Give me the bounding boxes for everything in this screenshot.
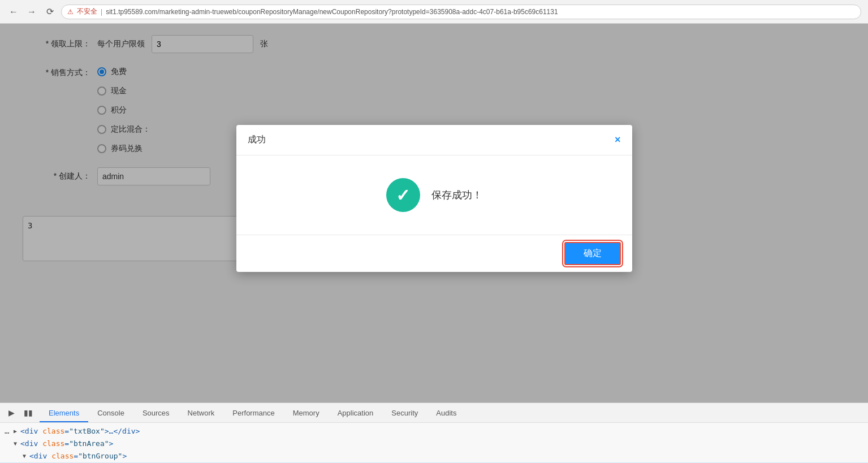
devtools-panel: ▶ ▮▮ Elements Console Sources Network Pe… [0,403,868,463]
tag-div: <div class="txtBox">…</div> [20,426,140,437]
tab-sources[interactable]: Sources [133,405,179,422]
devtools-tabs-bar: ▶ ▮▮ Elements Console Sources Network Pe… [0,403,868,423]
modal-close-button[interactable]: × [615,134,621,146]
modal-footer: 确定 [236,235,632,272]
tag-div-btnarea: <div class="btnArea"> [20,438,113,449]
back-button[interactable]: ← [7,5,20,19]
tab-performance[interactable]: Performance [223,405,283,422]
tab-network[interactable]: Network [179,405,224,422]
insecure-label: 不安全 [77,7,97,16]
tab-memory[interactable]: Memory [284,405,329,422]
modal-header: 成功 × [236,125,632,155]
devtools-toolbar-icons: ▶ ▮▮ [0,403,40,422]
tab-console[interactable]: Console [88,405,133,422]
devtools-tabs-list: Elements Console Sources Network Perform… [40,403,465,422]
dom-line-3[interactable]: ▼ <div class="btnGroup"> [0,450,868,462]
devtools-content: … ▶ <div class="txtBox">…</div> ▼ <div c… [0,423,868,463]
reload-button[interactable]: ⟳ [43,5,57,19]
dom-line-1[interactable]: ▶ <div class="txtBox">…</div> [0,425,868,438]
insecure-icon: ⚠ [67,8,74,16]
tab-elements[interactable]: Elements [40,405,88,422]
dom-line-2[interactable]: ▼ <div class="btnArea"> [0,438,868,450]
three-dots-icon: … [5,425,9,436]
modal-title: 成功 [248,134,266,146]
inspect-element-button[interactable]: ▶ [3,405,19,421]
tab-security[interactable]: Security [382,405,427,422]
triangle-down2-icon: ▼ [23,451,26,462]
address-separator: | [101,8,102,16]
success-icon: ✓ [386,178,420,212]
modal-overlay: 成功 × ✓ 保存成功！ 确定 [0,24,868,403]
tab-application[interactable]: Application [329,405,383,422]
triangle-down-icon: ▼ [14,438,17,449]
triangle-icon: ▶ [14,426,17,437]
confirm-button[interactable]: 确定 [564,242,621,265]
tab-audits[interactable]: Audits [427,405,465,422]
device-toolbar-button[interactable]: ▮▮ [20,405,36,421]
forward-button[interactable]: → [25,5,38,19]
browser-bar: ← → ⟳ ⚠ 不安全 | sit1.tp95589.com/marketing… [0,0,868,24]
success-message: 保存成功！ [431,188,482,202]
page-content: * 领取上限： 每个用户限领 张 * 销售方式： 免费 现金 积分 [0,24,868,403]
modal-body: ✓ 保存成功！ [236,155,632,235]
tag-div-btngroup: <div class="btnGroup"> [29,451,127,462]
address-text: sit1.tp95589.com/marketing-admin-trueweb… [106,8,855,16]
checkmark-icon: ✓ [396,185,410,205]
success-modal: 成功 × ✓ 保存成功！ 确定 [236,125,632,272]
address-bar[interactable]: ⚠ 不安全 | sit1.tp95589.com/marketing-admin… [61,5,861,19]
